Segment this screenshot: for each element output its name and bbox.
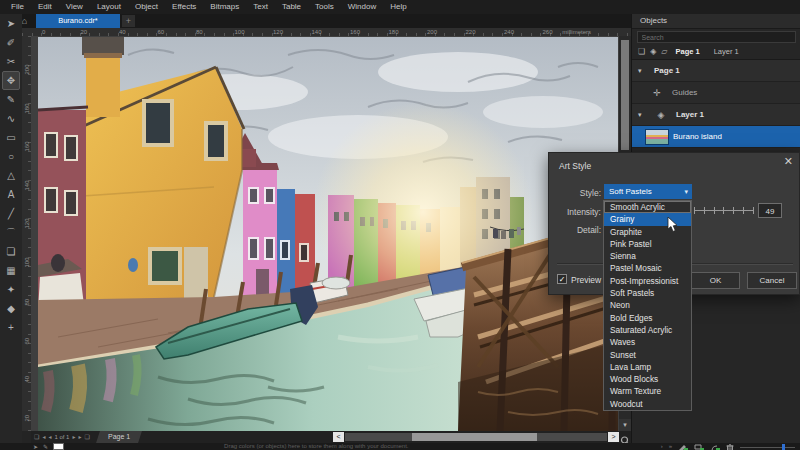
zoom-icon[interactable]	[620, 432, 631, 442]
chevron-down-icon[interactable]: ▾	[638, 67, 650, 75]
palette-size-slider[interactable]	[740, 444, 795, 450]
style-option[interactable]: Waves	[604, 336, 691, 348]
dialog-title: Art Style	[559, 161, 591, 171]
crop-tool[interactable]: ✂	[2, 52, 20, 71]
tree-item-guides[interactable]: ✛ Guides	[632, 82, 800, 104]
add-page-icon[interactable]: ❏	[84, 431, 89, 443]
palette-expand-all-icon[interactable]: »	[669, 443, 672, 450]
horizontal-scrollbar[interactable]	[345, 433, 607, 441]
transparency-tool[interactable]: ▦	[2, 261, 20, 280]
new-document-button[interactable]: +	[122, 15, 135, 27]
active-layer-label: Layer 1	[714, 47, 739, 56]
palette-expand-icon[interactable]: ›	[661, 443, 663, 450]
page-doc-icon[interactable]: ❏	[34, 431, 39, 443]
document-tab[interactable]: Burano.cdr*	[36, 14, 120, 28]
pick-tool[interactable]: ➤	[2, 14, 20, 33]
pen-icon: ✎	[43, 443, 48, 450]
menu-item[interactable]: Text	[246, 0, 275, 14]
style-option[interactable]: Soft Pastels	[604, 287, 691, 299]
style-option[interactable]: Woodcut	[604, 398, 691, 410]
cancel-button[interactable]: Cancel	[747, 272, 797, 289]
layer-manager-icon[interactable]: ◈	[650, 47, 656, 56]
add-tool-button[interactable]: +	[2, 318, 20, 337]
style-option[interactable]: Lava Lamp	[604, 361, 691, 373]
rectangle-tool[interactable]: ▭	[2, 128, 20, 147]
ok-button[interactable]: OK	[691, 272, 740, 289]
style-select[interactable]: Soft Pastels ▾	[604, 184, 692, 199]
style-option[interactable]: Graphite	[604, 226, 691, 238]
new-page-icon[interactable]: ▱	[661, 47, 667, 56]
trash-icon[interactable]	[726, 443, 734, 450]
chevron-down-icon[interactable]: ▾	[638, 111, 650, 119]
menu-item[interactable]: Effects	[165, 0, 203, 14]
menu-item[interactable]: Table	[275, 0, 308, 14]
menu-item[interactable]: Window	[341, 0, 383, 14]
style-option[interactable]: Sunset	[604, 349, 691, 361]
style-option[interactable]: Pastel Mosaic	[604, 262, 691, 274]
prev-page-icon[interactable]: ◂	[48, 431, 51, 443]
vertical-ruler: 20018016014012010080604020	[22, 36, 31, 431]
artistic-media-tool[interactable]: ∿	[2, 109, 20, 128]
fill-tool[interactable]: ◆	[2, 299, 20, 318]
add-object-color-icon[interactable]	[710, 443, 720, 450]
drop-shadow-tool[interactable]: ❏	[2, 242, 20, 261]
horizontal-scrollbar-thumb[interactable]	[412, 433, 537, 441]
pan-tool[interactable]: ✥	[2, 71, 20, 90]
intensity-slider[interactable]	[694, 206, 754, 215]
ellipse-tool[interactable]: ○	[2, 147, 20, 166]
menu-item[interactable]: View	[59, 0, 90, 14]
style-option[interactable]: Grainy	[604, 213, 691, 225]
dimension-tool[interactable]: ╱	[2, 204, 20, 223]
scroll-down-icon[interactable]: ▾	[619, 419, 631, 431]
document-navigator: ❏ ◂ ◂ 1 of 1 ▸ ▸ ❏ Page 1 < >	[31, 431, 631, 443]
style-option[interactable]: Post-Impressionist	[604, 275, 691, 287]
add-fill-icon[interactable]	[694, 443, 704, 450]
canvas-image[interactable]	[38, 37, 618, 431]
polygon-tool[interactable]: △	[2, 166, 20, 185]
color-swatch[interactable]	[53, 443, 64, 450]
style-option[interactable]: Smooth Acrylic	[604, 201, 691, 213]
connector-tool[interactable]: ⌒	[2, 223, 20, 242]
page-indicator: 1 of 1	[54, 431, 69, 443]
menu-item[interactable]: Object	[128, 0, 165, 14]
menu-item[interactable]: File	[4, 0, 31, 14]
intensity-label: Intensity:	[551, 207, 601, 217]
text-tool[interactable]: A	[2, 185, 20, 204]
search-input[interactable]	[637, 31, 796, 43]
first-page-icon[interactable]: ◂	[42, 431, 45, 443]
menu-item[interactable]: Help	[383, 0, 413, 14]
palette-hint-text: Drag colors (or objects) here to store t…	[224, 443, 408, 450]
burano-artwork	[38, 37, 618, 431]
next-page-icon[interactable]: ▸	[72, 431, 75, 443]
tree-item-burano-island[interactable]: Burano island	[632, 126, 800, 148]
edit-across-layers-icon[interactable]: ❏	[638, 47, 645, 56]
palette-size-slider-thumb[interactable]	[782, 444, 785, 450]
scroll-left-button[interactable]: <	[333, 432, 344, 442]
page-tab[interactable]: Page 1	[96, 431, 142, 443]
style-option[interactable]: Warm Texture	[604, 385, 691, 397]
style-option[interactable]: Neon	[604, 299, 691, 311]
shape-tool[interactable]: ✐	[2, 33, 20, 52]
style-option[interactable]: Sienna	[604, 250, 691, 262]
style-option[interactable]: Saturated Acrylic	[604, 324, 691, 336]
last-page-icon[interactable]: ▸	[78, 431, 81, 443]
vertical-scrollbar-thumb[interactable]	[621, 40, 629, 150]
layer-icon: ◈	[650, 110, 672, 120]
close-icon[interactable]: ✕	[784, 155, 793, 167]
tree-item-layer[interactable]: ▾ ◈ Layer 1	[632, 104, 800, 126]
intensity-value-field[interactable]: 49	[758, 203, 782, 218]
scroll-right-button[interactable]: >	[608, 432, 619, 442]
style-option[interactable]: Bold Edges	[604, 312, 691, 324]
eyedropper-tool[interactable]: ✦	[2, 280, 20, 299]
preview-label: Preview	[571, 275, 601, 285]
menu-item[interactable]: Layout	[90, 0, 128, 14]
preview-checkbox[interactable]: ✓	[557, 274, 567, 284]
menu-item[interactable]: Edit	[31, 0, 59, 14]
style-option[interactable]: Pink Pastel	[604, 238, 691, 250]
style-option[interactable]: Wood Blocks	[604, 373, 691, 385]
freehand-tool[interactable]: ✎	[2, 90, 20, 109]
add-color-icon[interactable]	[678, 443, 688, 450]
menu-item[interactable]: Tools	[308, 0, 341, 14]
tree-item-page[interactable]: ▾ Page 1	[632, 60, 800, 82]
menu-item[interactable]: Bitmaps	[203, 0, 246, 14]
